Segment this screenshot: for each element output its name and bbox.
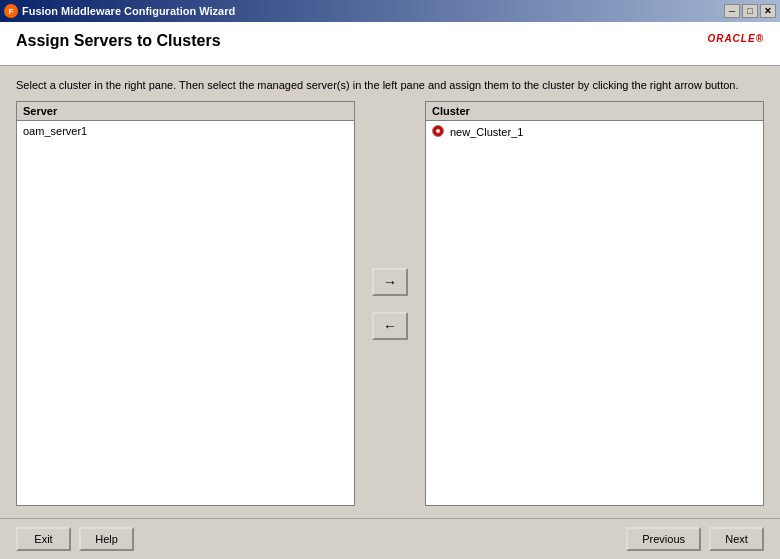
- instruction-text: Select a cluster in the right pane. Then…: [16, 78, 764, 93]
- window-body: Assign Servers to Clusters ORACLE® Selec…: [0, 22, 780, 559]
- header-area: Assign Servers to Clusters ORACLE®: [0, 22, 780, 66]
- previous-button[interactable]: Previous: [626, 527, 701, 551]
- server-panel-header: Server: [17, 102, 354, 121]
- help-button[interactable]: Help: [79, 527, 134, 551]
- oracle-logo: ORACLE®: [707, 32, 764, 55]
- window-controls: ─ □ ✕: [724, 4, 776, 18]
- server-panel-content[interactable]: oam_server1: [17, 121, 354, 505]
- server-item-name: oam_server1: [23, 125, 87, 137]
- minimize-button[interactable]: ─: [724, 4, 740, 18]
- cluster-icon-main: [432, 125, 444, 137]
- assign-right-button[interactable]: →: [372, 268, 408, 296]
- title-bar-left: F Fusion Middleware Configuration Wizard: [4, 4, 235, 18]
- window-title: Fusion Middleware Configuration Wizard: [22, 5, 235, 17]
- panels-row: Server oam_server1 → ← Cluster: [16, 101, 764, 506]
- cluster-icon-inner: [435, 128, 441, 134]
- page-title: Assign Servers to Clusters: [16, 32, 221, 50]
- assign-left-button[interactable]: ←: [372, 312, 408, 340]
- content-area: Select a cluster in the right pane. Then…: [0, 66, 780, 518]
- cluster-panel-content[interactable]: new_Cluster_1: [426, 121, 763, 505]
- server-panel: Server oam_server1: [16, 101, 355, 506]
- arrows-column: → ←: [355, 101, 425, 506]
- cluster-icon: [432, 125, 446, 139]
- bottom-bar-left: Exit Help: [16, 527, 134, 551]
- bottom-bar-right: Previous Next: [626, 527, 764, 551]
- maximize-button[interactable]: □: [742, 4, 758, 18]
- cluster-list-item[interactable]: new_Cluster_1: [428, 123, 761, 141]
- cluster-item-name: new_Cluster_1: [450, 126, 523, 138]
- next-button[interactable]: Next: [709, 527, 764, 551]
- close-button[interactable]: ✕: [760, 4, 776, 18]
- cluster-panel-header: Cluster: [426, 102, 763, 121]
- cluster-panel: Cluster new_Cluster_1: [425, 101, 764, 506]
- exit-button[interactable]: Exit: [16, 527, 71, 551]
- bottom-bar: Exit Help Previous Next: [0, 518, 780, 559]
- title-bar: F Fusion Middleware Configuration Wizard…: [0, 0, 780, 22]
- server-list-item[interactable]: oam_server1: [19, 123, 352, 139]
- app-icon: F: [4, 4, 18, 18]
